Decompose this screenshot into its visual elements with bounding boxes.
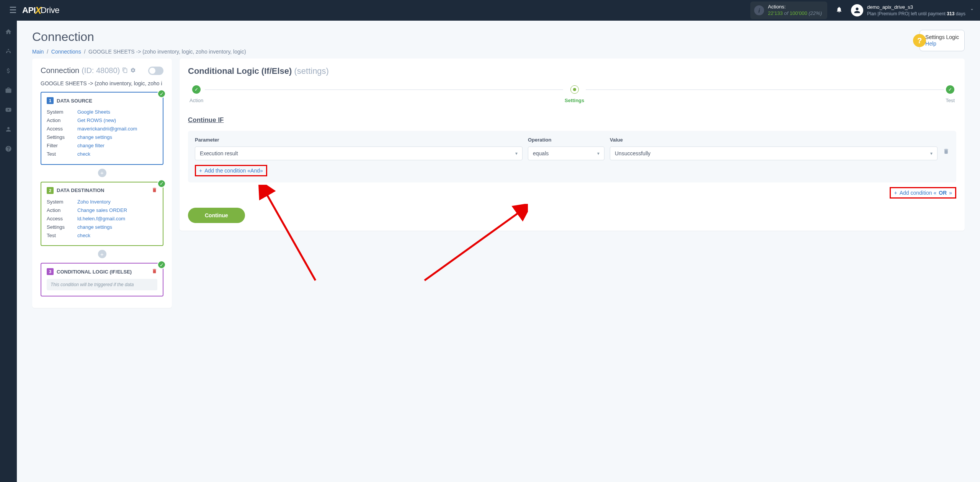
briefcase-icon[interactable] [5, 87, 12, 96]
youtube-icon[interactable] [5, 106, 12, 115]
user-icon[interactable] [5, 126, 12, 135]
help-box: ? Settings Logic Help [920, 30, 965, 51]
chevron-down-icon[interactable] [969, 7, 975, 14]
info-icon: i [754, 5, 764, 15]
step-row: ActionGet ROWS (new) [47, 116, 157, 125]
step-label: System [47, 198, 77, 206]
connection-toggle[interactable] [148, 67, 163, 75]
bell-icon[interactable] [836, 6, 843, 15]
dollar-icon[interactable] [5, 67, 12, 76]
copy-icon[interactable] [122, 67, 128, 74]
actions-of: of [783, 10, 790, 16]
add-or-condition-button[interactable]: + Add condition «OR» [890, 187, 956, 199]
help-question-icon: ? [913, 34, 926, 47]
step-num-2: 2 [47, 187, 54, 194]
step-row: Testcheck [47, 150, 157, 158]
step-row: ActionChange sales ORDER [47, 206, 157, 215]
step-num-1: 1 [47, 97, 54, 104]
step-value-link[interactable]: change settings [77, 133, 112, 142]
data-destination-header: 2 DATA DESTINATION [47, 187, 157, 194]
connection-path: GOOGLE SHEETS -> (zoho inventory, logic,… [41, 80, 163, 86]
sitemap-icon[interactable] [5, 48, 12, 57]
step-label: Test [47, 231, 77, 240]
step-action[interactable]: ✓ Action [188, 85, 205, 103]
step-label: System [47, 108, 77, 116]
logo-drive: Drive [41, 5, 59, 15]
breadcrumb-current: GOOGLE SHEETS -> (zoho inventory, logic,… [88, 49, 246, 55]
svg-line-1 [425, 212, 520, 280]
add-step-button[interactable]: + [98, 250, 106, 258]
step-row: Filterchange filter [47, 142, 157, 150]
delete-condition-icon[interactable] [943, 148, 949, 160]
connection-id: (ID: 48080) [82, 66, 120, 75]
header: ☰ API X Drive i Actions: 22'133 of 100'0… [0, 0, 980, 21]
check-icon: ✓ [192, 85, 201, 94]
conditional-logic-box[interactable]: ✓ 3 CONDITIONAL LOGIC (IF/ELSE) This con… [41, 263, 163, 296]
right-panel: Conditional Logic (If/Else) (settings) ✓… [180, 59, 965, 231]
step-value-link[interactable]: Zoho Inventory [77, 198, 111, 206]
annotation-arrow-left [254, 185, 323, 284]
step-label: Settings [47, 133, 77, 142]
operation-select[interactable]: equals ▾ [528, 147, 604, 160]
data-source-box[interactable]: ✓ 1 DATA SOURCE SystemGoogle SheetsActio… [41, 92, 163, 165]
step-value-link[interactable]: Google Sheets [77, 108, 110, 116]
gear-icon[interactable] [130, 67, 136, 74]
continue-button[interactable]: Continue [188, 208, 245, 223]
step-value-link[interactable]: change filter [77, 142, 105, 150]
step-label: Action [47, 116, 77, 125]
step-label: Filter [47, 142, 77, 150]
chevron-down-icon: ▾ [515, 151, 518, 156]
check-icon: ✓ [946, 85, 954, 94]
actions-label: Actions: [768, 4, 822, 10]
condition-box: Parameter Execution result ▾ Operation e… [188, 131, 956, 182]
breadcrumb-main[interactable]: Main [32, 49, 44, 55]
step-label: Settings [47, 223, 77, 231]
main: Connection Main / Connections / GOOGLE S… [17, 21, 980, 317]
svg-line-0 [266, 192, 315, 280]
user-block[interactable]: demo_apix_drive_s3 Plan |Premium PRO| le… [851, 4, 965, 17]
help-link[interactable]: Help [925, 41, 936, 47]
step-value-link[interactable]: check [77, 231, 90, 240]
plus-icon: + [894, 190, 897, 196]
step-settings[interactable]: Settings [563, 85, 586, 103]
left-panel: Connection (ID: 48080) GOOGLE SHEETS -> … [32, 59, 172, 308]
user-plan: Plan |Premium PRO| left until payment 31… [867, 11, 965, 17]
step-row: SystemZoho Inventory [47, 198, 157, 206]
step-label: Test [47, 150, 77, 158]
value-label: Value [610, 137, 938, 143]
trash-icon[interactable] [152, 268, 157, 275]
step-row: SystemGoogle Sheets [47, 108, 157, 116]
step-value-link[interactable]: Get ROWS (new) [77, 116, 116, 125]
step-value-link[interactable]: change settings [77, 223, 112, 231]
check-icon: ✓ [157, 179, 166, 188]
trash-icon[interactable] [152, 187, 157, 194]
step-value-link[interactable]: ld.helen.f@gmail.com [77, 215, 125, 223]
user-avatar-icon [851, 4, 863, 16]
hamburger-icon[interactable]: ☰ [5, 5, 21, 15]
parameter-select[interactable]: Execution result ▾ [195, 147, 523, 160]
step-value-link[interactable]: Change sales ORDER [77, 206, 127, 215]
value-select[interactable]: Unsuccessfully ▾ [610, 147, 938, 160]
step-value-link[interactable]: maverickandrii@gmail.com [77, 125, 137, 133]
chevron-down-icon: ▾ [597, 151, 599, 156]
parameter-label: Parameter [195, 137, 523, 143]
page-title: Connection [32, 30, 246, 44]
actions-text: Actions: 22'133 of 100'000 (22%) [768, 4, 822, 17]
step-value-link[interactable]: check [77, 150, 90, 158]
logo[interactable]: API X Drive [22, 5, 59, 16]
actions-box[interactable]: i Actions: 22'133 of 100'000 (22%) [750, 2, 827, 19]
question-icon[interactable] [5, 145, 12, 154]
step-row: Accessld.helen.f@gmail.com [47, 215, 157, 223]
conditional-logic-header: 3 CONDITIONAL LOGIC (IF/ELSE) [47, 268, 157, 275]
add-and-condition-button[interactable]: + Add the condition «And» [195, 165, 267, 176]
add-step-button[interactable]: + [98, 169, 106, 177]
operation-label: Operation [528, 137, 604, 143]
data-destination-box[interactable]: ✓ 2 DATA DESTINATION SystemZoho Inventor… [41, 182, 163, 246]
step-label: Access [47, 125, 77, 133]
actions-pct: (22%) [807, 10, 822, 16]
step-test[interactable]: ✓ Test [944, 85, 956, 103]
breadcrumb: Main / Connections / GOOGLE SHEETS -> (z… [32, 49, 246, 55]
home-icon[interactable] [5, 28, 12, 37]
step-num-3: 3 [47, 268, 54, 275]
breadcrumb-connections[interactable]: Connections [51, 49, 81, 55]
